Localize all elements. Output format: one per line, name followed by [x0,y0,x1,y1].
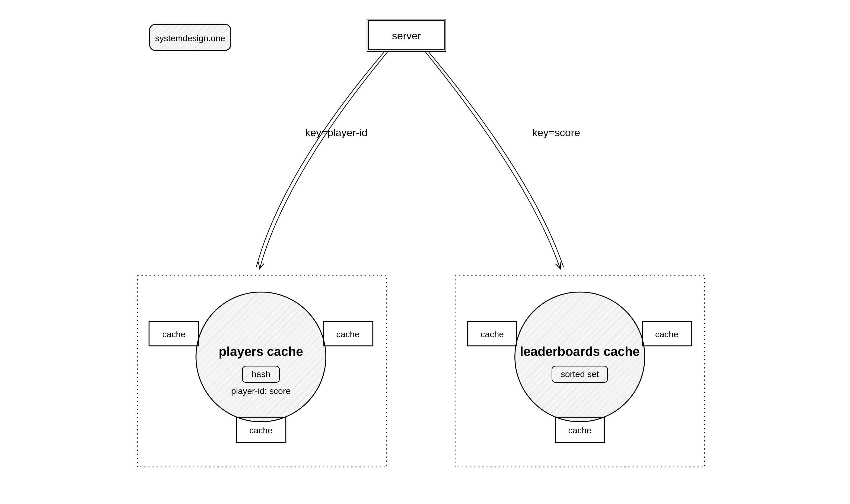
svg-text:cache: cache [162,329,186,339]
watermark-badge: systemdesign.one [150,24,231,51]
server-node: server [367,19,446,52]
leaderboards-cache-node-ne: cache [643,322,692,346]
leaderboards-circle-title: leaderboards cache [520,344,640,359]
leaderboards-badge: sorted set [561,369,599,379]
leaderboards-cache-node-nw: cache [467,322,517,346]
svg-text:cache: cache [481,329,504,339]
arrow-left-label: key=player-id [305,127,367,139]
players-circle-title: players cache [219,344,303,359]
players-cache-node-ne: cache [324,322,373,346]
svg-text:cache: cache [655,329,678,339]
diagram-canvas: systemdesign.one server key=player-id ke… [0,0,850,504]
players-badge: hash [251,369,270,379]
arrow-right-label: key=score [532,127,580,139]
server-label: server [392,30,421,42]
players-subtext: player-id: score [231,386,291,396]
watermark-text: systemdesign.one [155,33,225,43]
arrow-to-players: key=player-id [256,51,387,268]
svg-text:cache: cache [249,426,273,435]
svg-text:cache: cache [568,426,591,435]
players-cluster: players cache hash player-id: score cach… [137,276,387,467]
arrow-to-leaderboards: key=score [426,51,580,268]
players-cache-node-nw: cache [149,322,198,346]
svg-text:cache: cache [336,329,360,339]
leaderboards-cluster: leaderboards cache sorted set cache cach… [455,276,705,467]
